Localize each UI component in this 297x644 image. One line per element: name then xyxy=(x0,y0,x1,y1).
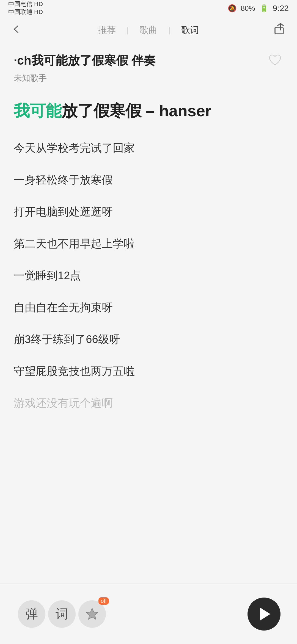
lyric-line-3: 打开电脑到处逛逛呀 xyxy=(14,204,283,219)
nav-separator-1: | xyxy=(127,26,129,35)
lyric-line-8: 守望屁股竞技也两万五啦 xyxy=(14,363,283,379)
lyric-line-7: 崩3终于练到了66级呀 xyxy=(14,331,283,347)
status-right: 🔕 80% 🔋 9:22 xyxy=(228,4,289,13)
play-icon xyxy=(260,607,270,621)
nav-bar: 推荐 | 歌曲 | 歌词 xyxy=(0,16,297,44)
play-button[interactable] xyxy=(248,598,280,631)
carrier-info: 中国电信 HD 中国联通 HD xyxy=(8,0,43,16)
danmu-icon: 弹 xyxy=(18,600,45,628)
battery-label: 80% xyxy=(241,4,255,13)
tab-lyrics[interactable]: 歌词 xyxy=(181,24,199,36)
lyric-line-9: 游戏还没有玩个遍啊 xyxy=(14,395,283,411)
battery-icon: 🔋 xyxy=(260,4,268,13)
status-bar: 中国电信 HD 中国联通 HD 🔕 80% 🔋 9:22 xyxy=(0,0,297,16)
lyrics-title-rest: 放了假寒假 – hanser xyxy=(62,102,211,120)
bottom-toolbar: 弹 词 off xyxy=(0,584,297,644)
nav-separator-2: | xyxy=(168,26,170,35)
lyric-line-4: 第二天也不用早起上学啦 xyxy=(14,236,283,251)
carrier2-label: 中国联通 HD xyxy=(8,8,43,16)
off-badge: off xyxy=(98,597,109,605)
song-title-row: ·ch我可能放了假寒假 伴奏 xyxy=(14,52,283,69)
lyric-line-2: 一身轻松终于放寒假 xyxy=(14,172,283,187)
danmu-button[interactable]: 弹 xyxy=(16,599,47,629)
lyrics-icon: 词 xyxy=(48,600,76,628)
carrier1-label: 中国电信 HD xyxy=(8,0,43,8)
lyrics-main-title: 我可能放了假寒假 – hanser xyxy=(14,100,283,121)
tab-recommend[interactable]: 推荐 xyxy=(98,24,116,36)
lyrics-button[interactable]: 词 xyxy=(47,599,77,629)
tab-song[interactable]: 歌曲 xyxy=(140,24,157,36)
song-artist: 未知歌手 xyxy=(14,73,283,84)
svg-rect-0 xyxy=(275,28,283,34)
back-button[interactable] xyxy=(11,24,22,37)
time-label: 9:22 xyxy=(273,4,289,13)
song-header: ·ch我可能放了假寒假 伴奏 未知歌手 xyxy=(0,44,297,89)
nav-tabs: 推荐 | 歌曲 | 歌词 xyxy=(98,24,199,36)
svg-marker-2 xyxy=(86,608,98,619)
lyrics-container: 我可能放了假寒假 – hanser 今天从学校考完试了回家 一身轻松终于放寒假 … xyxy=(0,89,297,438)
lyrics-highlight: 我可能 xyxy=(14,102,62,120)
lyrics-fade-overlay xyxy=(0,529,297,584)
lyric-line-6: 自由自在全无拘束呀 xyxy=(14,300,283,315)
favorite-star-button[interactable]: off xyxy=(77,599,107,629)
share-button[interactable] xyxy=(272,22,286,38)
favorite-heart-button[interactable] xyxy=(267,52,283,69)
lyric-line-5: 一觉睡到12点 xyxy=(14,268,283,283)
song-title: ·ch我可能放了假寒假 伴奏 xyxy=(14,52,261,69)
mute-icon: 🔕 xyxy=(228,4,237,13)
lyric-line-1: 今天从学校考完试了回家 xyxy=(14,140,283,156)
